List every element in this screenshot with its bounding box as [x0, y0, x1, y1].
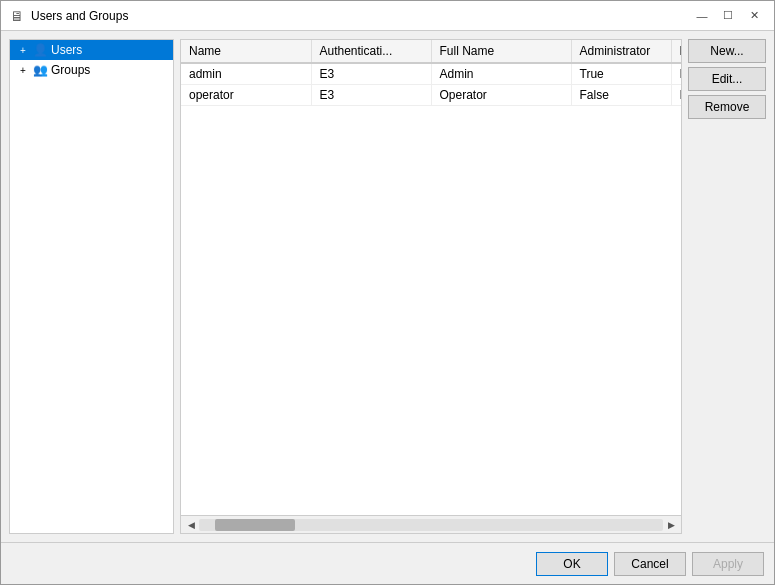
col-header-admin[interactable]: Administrator	[571, 40, 671, 63]
table-row[interactable]: operatorE3OperatorFalseInherited	[181, 85, 681, 106]
cell-fullname: Admin	[431, 63, 571, 85]
cell-disallow: Inherited	[671, 85, 681, 106]
main-window: 🖥 Users and Groups — ☐ ✕ + 👤 Users + 👥 G…	[0, 0, 775, 585]
col-header-fullname[interactable]: Full Name	[431, 40, 571, 63]
table-panel: Name Authenticati... Full Name Administr…	[180, 39, 682, 534]
edit-button[interactable]: Edit...	[688, 67, 766, 91]
left-panel: + 👤 Users + 👥 Groups	[9, 39, 174, 534]
expand-icon-users: +	[16, 43, 30, 57]
horizontal-scrollbar-area: ◀ ▶	[181, 515, 681, 533]
cell-name: admin	[181, 63, 311, 85]
cell-authentication: E3	[311, 63, 431, 85]
users-icon: 👤	[33, 43, 47, 57]
title-bar: 🖥 Users and Groups — ☐ ✕	[1, 1, 774, 31]
footer-bar: OK Cancel Apply	[1, 542, 774, 584]
scroll-right-button[interactable]: ▶	[663, 519, 679, 531]
content-area: + 👤 Users + 👥 Groups Name Authenticati..…	[1, 31, 774, 542]
action-buttons-panel: New... Edit... Remove	[688, 39, 766, 534]
horizontal-scrollbar-track[interactable]	[199, 519, 663, 531]
window-icon: 🖥	[9, 8, 25, 24]
apply-button[interactable]: Apply	[692, 552, 764, 576]
scroll-left-button[interactable]: ◀	[183, 519, 199, 531]
cell-fullname: Operator	[431, 85, 571, 106]
col-header-auth[interactable]: Authenticati...	[311, 40, 431, 63]
tree-label-groups: Groups	[51, 63, 90, 77]
expand-icon-groups: +	[16, 63, 30, 77]
col-header-disallow[interactable]: Disallow passwor	[671, 40, 681, 63]
groups-icon: 👥	[33, 63, 47, 77]
cell-name: operator	[181, 85, 311, 106]
table-container[interactable]: Name Authenticati... Full Name Administr…	[181, 40, 681, 515]
maximize-button[interactable]: ☐	[716, 6, 740, 26]
cell-administrator: False	[571, 85, 671, 106]
tree-item-groups[interactable]: + 👥 Groups	[10, 60, 173, 80]
new-button[interactable]: New...	[688, 39, 766, 63]
title-bar-controls: — ☐ ✕	[690, 6, 766, 26]
cell-disallow: Inherited	[671, 63, 681, 85]
cell-authentication: E3	[311, 85, 431, 106]
cancel-button[interactable]: Cancel	[614, 552, 686, 576]
cell-administrator: True	[571, 63, 671, 85]
tree-label-users: Users	[51, 43, 82, 57]
table-row[interactable]: adminE3AdminTrueInherited	[181, 63, 681, 85]
ok-button[interactable]: OK	[536, 552, 608, 576]
window-title: Users and Groups	[31, 9, 690, 23]
close-button[interactable]: ✕	[742, 6, 766, 26]
users-table: Name Authenticati... Full Name Administr…	[181, 40, 681, 106]
col-header-name[interactable]: Name	[181, 40, 311, 63]
minimize-button[interactable]: —	[690, 6, 714, 26]
tree-item-users[interactable]: + 👤 Users	[10, 40, 173, 60]
horizontal-scrollbar-thumb[interactable]	[215, 519, 295, 531]
remove-button[interactable]: Remove	[688, 95, 766, 119]
